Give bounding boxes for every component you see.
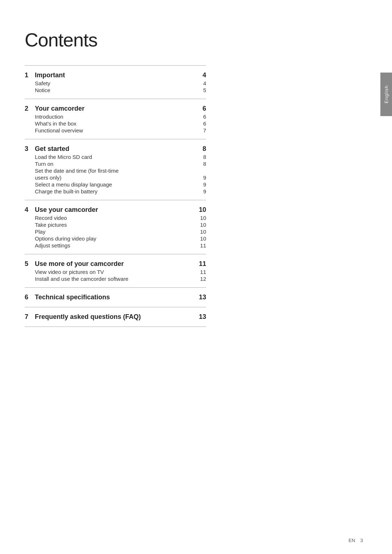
- section-page: 10: [195, 206, 206, 214]
- toc-header-row: 5Use more of your camcorder11: [25, 259, 206, 268]
- final-divider: [25, 327, 206, 327]
- footer-page: 3: [360, 538, 363, 543]
- toc-header-row: 6Technical specifications13: [25, 293, 206, 302]
- sub-page: 10: [195, 229, 206, 235]
- toc-sub-row: Safety4: [25, 80, 206, 87]
- sub-page: 9: [195, 175, 206, 181]
- section-group: 6Technical specifications13: [25, 288, 206, 307]
- section-number: 7: [25, 313, 35, 321]
- toc-header-row: 7Frequently asked questions (FAQ)13: [25, 312, 206, 321]
- sub-page: 7: [195, 127, 206, 134]
- toc-sub-row: Set the date and time (for first-time: [25, 167, 206, 174]
- sub-page: 10: [195, 235, 206, 242]
- sub-page: 12: [195, 276, 206, 282]
- sub-label: View video or pictures on TV: [35, 269, 195, 275]
- side-tab-label: English: [384, 85, 389, 103]
- sub-label: Record video: [35, 215, 195, 221]
- toc-sub-row: Functional overview7: [25, 127, 206, 134]
- sub-page: 10: [195, 215, 206, 221]
- sub-label: Install and use the camcorder software: [35, 276, 195, 282]
- toc-header-row: 4Use your camcorder10: [25, 205, 206, 214]
- section-label: Frequently asked questions (FAQ): [35, 313, 195, 321]
- toc-sub-row: Play10: [25, 228, 206, 235]
- section-group: 7Frequently asked questions (FAQ)13: [25, 307, 206, 327]
- sub-label: Take pictures: [35, 222, 195, 228]
- toc-sub-row: users only)9: [25, 174, 206, 181]
- toc-sub-row: Load the Micro SD card8: [25, 153, 206, 160]
- toc-header-row: 1Important4: [25, 71, 206, 80]
- sub-label: Introduction: [35, 114, 195, 120]
- section-group: 4Use your camcorder10Record video10Take …: [25, 200, 206, 254]
- section-number: 2: [25, 105, 35, 112]
- sub-page: 11: [195, 269, 206, 275]
- section-number: 4: [25, 206, 35, 214]
- section-page: 8: [195, 145, 206, 153]
- section-group: 2Your camcorder6Introduction6What's in t…: [25, 99, 206, 139]
- sub-label: users only): [35, 175, 195, 181]
- section-page: 11: [195, 260, 206, 268]
- sub-page: 8: [195, 161, 206, 167]
- sub-page: 4: [195, 80, 206, 86]
- section-label: Technical specifications: [35, 294, 195, 301]
- section-label: Important: [35, 71, 195, 79]
- sub-page: 9: [195, 181, 206, 188]
- sub-page: 10: [195, 222, 206, 228]
- footer: EN 3: [348, 538, 363, 543]
- sub-label: Turn on: [35, 161, 195, 167]
- sub-page: 5: [195, 87, 206, 93]
- sub-label: Safety: [35, 80, 195, 86]
- toc-header-row: 2Your camcorder6: [25, 104, 206, 113]
- toc-sub-row: Record video10: [25, 214, 206, 221]
- sub-label: Options during video play: [35, 235, 195, 242]
- section-label: Use your camcorder: [35, 206, 195, 214]
- toc-content: Contents 1Important4Safety4Notice52Your …: [25, 29, 206, 327]
- section-number: 5: [25, 260, 35, 268]
- sub-page: 9: [195, 188, 206, 194]
- toc-sub-row: Notice5: [25, 87, 206, 94]
- sub-page: 11: [195, 242, 206, 249]
- toc-sub-row: Install and use the camcorder software12: [25, 275, 206, 282]
- section-label: Get started: [35, 145, 195, 153]
- side-tab: English: [380, 73, 392, 116]
- sub-label: Play: [35, 229, 195, 235]
- section-page: 6: [195, 105, 206, 112]
- sub-label: Functional overview: [35, 127, 195, 134]
- toc-sub-row: Options during video play10: [25, 235, 206, 242]
- toc-sub-row: Select a menu display language9: [25, 181, 206, 188]
- sub-label: Select a menu display language: [35, 181, 195, 188]
- sub-label: Load the Micro SD card: [35, 154, 195, 160]
- section-label: Use more of your camcorder: [35, 260, 195, 268]
- page-title: Contents: [25, 29, 206, 51]
- section-page: 13: [195, 294, 206, 301]
- page: English Contents 1Important4Safety4Notic…: [0, 0, 392, 554]
- section-number: 6: [25, 294, 35, 301]
- sub-label: What's in the box: [35, 120, 195, 127]
- sub-page: 6: [195, 114, 206, 120]
- section-page: 4: [195, 71, 206, 79]
- sub-label: Charge the built-in battery: [35, 188, 195, 194]
- toc-header-row: 3Get started8: [25, 144, 206, 153]
- section-label: Your camcorder: [35, 105, 195, 112]
- toc-sub-row: Adjust settings11: [25, 242, 206, 249]
- section-number: 3: [25, 145, 35, 153]
- toc-sub-row: Charge the built-in battery9: [25, 188, 206, 195]
- sub-page: 8: [195, 154, 206, 160]
- toc-sub-row: Introduction6: [25, 113, 206, 120]
- toc-sub-row: View video or pictures on TV11: [25, 268, 206, 275]
- sub-label: Notice: [35, 87, 195, 93]
- sub-label: Set the date and time (for first-time: [35, 168, 195, 174]
- toc-sub-row: Turn on8: [25, 160, 206, 167]
- sub-page: 6: [195, 120, 206, 127]
- section-group: 1Important4Safety4Notice5: [25, 66, 206, 99]
- toc-container: 1Important4Safety4Notice52Your camcorder…: [25, 65, 206, 327]
- section-group: 3Get started8Load the Micro SD card8Turn…: [25, 139, 206, 200]
- section-number: 1: [25, 71, 35, 79]
- toc-sub-row: Take pictures10: [25, 221, 206, 228]
- section-page: 13: [195, 313, 206, 321]
- footer-lang: EN: [348, 538, 355, 543]
- section-group: 5Use more of your camcorder11View video …: [25, 254, 206, 287]
- toc-sub-row: What's in the box6: [25, 120, 206, 127]
- sub-label: Adjust settings: [35, 242, 195, 249]
